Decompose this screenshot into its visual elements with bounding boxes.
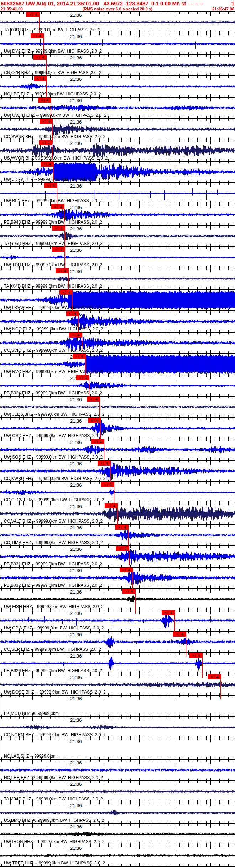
- trace-label: CC CLCV EHZ -- 99999.0km BW HIGHPASS 2.0…: [4, 497, 104, 502]
- trace-panel-cc-norm: 21:36CC NORM BHZ -- 99999.0km BW HIGHPAS…: [0, 716, 235, 738]
- phase-pick-flag[interactable]: ×T 4: [120, 568, 133, 572]
- trace-panel-uw-gpw: 21:36×T 4UW GPW EHZ -- 99999.0km BW HIGH…: [0, 610, 235, 631]
- phase-pick-flag[interactable]: ×T 4: [52, 226, 65, 231]
- trace-panel-stack: 21:36×T 4TA I03D BHZ -- 99999.0km BW HIG…: [0, 11, 235, 867]
- phase-pick-flag[interactable]: ×T 4: [31, 33, 44, 38]
- phase-pick-flag[interactable]: ×T 4: [101, 482, 114, 487]
- phase-pick-flag[interactable]: ×T 4: [34, 76, 47, 81]
- trace-panel-uw-dy2: 21:36×T 4UW DY2 EHZ -- 99999.0km BW HIGH…: [0, 33, 235, 54]
- trace-panel-uw-lkvw: 21:36×T 4UW LKVW EHZ -- 99999.0km BW HIG…: [0, 289, 235, 310]
- trace-panel-ta-g05d: 21:36×T 4TA G05D BHZ -- 99999.0km BW HIG…: [0, 225, 235, 246]
- phase-pick-flag[interactable]: ×T 4: [98, 461, 111, 466]
- trace-panel-uw-qsd: 21:36×T 4UW QSD EHZ -- 99999.0km BW HIGH…: [0, 417, 235, 439]
- trace-label: UW JDRV EHZ -- 99999.0km BW HIGHPASS 2.0…: [4, 177, 105, 182]
- trace-panel-uw-tdh: 21:36×T 4UW TDH EHZ -- 99999.0km BW HIGH…: [0, 246, 235, 268]
- trace-panel-uw-jeds: 21:36×T 4UW JEDS BHZ -- 99999.0km BW HIG…: [0, 396, 235, 417]
- trace-panel-us-wvor: 21:36×T 4US WVOR BHZ 00 99999.0km BW HIG…: [0, 140, 235, 161]
- trace-panel-uw-nco: 21:36×T 4UW NCO EHZ -- 99999.0km BW HIGH…: [0, 310, 235, 332]
- phase-pick-flag[interactable]: ×T 4: [105, 503, 118, 508]
- trace-label: TA M04C BHZ -- 99999.0km BW HIGHPASS 2.0…: [4, 796, 103, 801]
- trace-panel-cc-svic: 21:36×T 4CC SVIC EHZ -- 99999.0km BW HIG…: [0, 332, 235, 353]
- phase-pick-flag[interactable]: ×T 4: [52, 247, 65, 252]
- phase-pick-flag[interactable]: ×T 4: [208, 674, 221, 679]
- trace-panel-bk-mod: 21:36BK MOD BHZ 00 99999.0km: [0, 695, 235, 716]
- trace-label: UW SOS EHZ -- 99999.0km BW HIGHPASS 2.0 …: [4, 455, 103, 460]
- phase-pick-flag[interactable]: ×T 4: [162, 610, 175, 615]
- trace-label: UW JEDS BHZ -- 99999.0km BW HIGHPASS 2.0…: [4, 412, 105, 417]
- trace-label: CC NORM BHZ -- 99999.0km BW HIGHPASS 2.0…: [4, 732, 106, 737]
- phase-pick-flag[interactable]: ×T 4: [56, 268, 69, 273]
- phase-pick-flag[interactable]: ×T 4: [51, 204, 64, 209]
- trace-label: NC LHE EHZ 02 99999.0km BW HIGHPASS 2.0 …: [4, 775, 103, 780]
- trace-label: UW TREE HHZ -- 99999.0km BW HIGHPASS 2.0…: [4, 861, 105, 866]
- trace-panel-pb-b943: 21:36×T 4PB B943 EHZ -- 99999.0km BW HIG…: [0, 204, 235, 225]
- trace-panel-pb-b926: 21:36×T 4PB B926 EHZ -- 99999.0km BW HIG…: [0, 652, 235, 674]
- trace-label: NC LBC EHZ -- 99999.0km BW HIGHPASS 2.0 …: [4, 91, 101, 96]
- trace-label: UW RVC EHZ -- 99999.0km BW HIGHPASS 2.0 …: [4, 369, 103, 374]
- trace-panel-cc-clcv: 21:36×T 4CC CLCV EHZ -- 99999.0km BW HIG…: [0, 481, 235, 503]
- trace-panel-uw-tree: 21:36UW TREE HHZ -- 99999.0km BW HIGHPAS…: [0, 845, 235, 866]
- trace-label: TA I03D BHZ -- 99999.0km BW HIGHPASS 2.0…: [4, 27, 100, 32]
- phase-pick-flag[interactable]: ×T 4: [189, 653, 203, 658]
- trace-label: UW IRON HHZ -- 99999.0km BW HIGHPASS 2.0…: [4, 839, 105, 844]
- phase-pick-flag[interactable]: ×T 4: [41, 162, 54, 167]
- phase-pick-flag[interactable]: ×T 4: [38, 98, 51, 103]
- phase-pick-flag[interactable]: ×T 4: [87, 397, 100, 402]
- trace-label: UW NCO EHZ -- 99999.0km BW HIGHPASS 2.0 …: [4, 326, 103, 331]
- phase-pick-flag[interactable]: ×T 4: [66, 311, 79, 316]
- trace-panel-uw-uwfh: 21:36×T 4UW UWFH EHZ -- 99999.0km BW HIG…: [0, 97, 235, 118]
- phase-pick-flag[interactable]: ×T 4: [115, 525, 129, 530]
- phase-pick-flag[interactable]: ×T 4: [33, 55, 47, 60]
- trace-panel-pb-b031: 21:36×T 4PB B031 EHZ -- 99999.0km BW HIG…: [0, 545, 235, 567]
- event-header: 60832587 UW Aug 01, 2014 21:36:01.00 43.…: [0, 0, 235, 11]
- trace-label: UW LKVW EHZ -- 99999.0km BW HIGHPASS 2.0…: [4, 305, 106, 310]
- trace-label: UW UWFH EHZ -- 99999.0km BW HIGHPASS 2.0…: [4, 113, 106, 118]
- trace-label: NC LAS SHZ -- 99999.0km: [4, 754, 56, 759]
- trace-panel-cc-kwbu: 21:36×T 4CC KWBU EHZ -- 99999.0km BW HIG…: [0, 460, 235, 481]
- trace-label: TA K04D BHZ -- 99999.0km BW HIGHPASS 2.0…: [4, 284, 102, 289]
- phase-pick-flag[interactable]: ×T 4: [69, 333, 82, 338]
- phase-pick-flag[interactable]: ×T 4: [116, 546, 129, 551]
- phase-pick-flag[interactable]: ×T 4: [76, 375, 89, 380]
- trace-label: PB B943 EHZ -- 99999.0km BW HIGHPASS 2.0…: [4, 220, 102, 225]
- trace-label: UW FISH HHZ -- 99999.0km BW HIGHPASS 2.0…: [4, 604, 104, 609]
- phase-pick-flag[interactable]: ×T 4: [26, 12, 40, 17]
- trace-panel-cc-timb: 21:36×T 4CC TIMB EHZ -- 99999.0km BW HIG…: [0, 524, 235, 545]
- trace-panel-nc-lbc: 21:36×T 4NC LBC EHZ -- 99999.0km BW HIGH…: [0, 75, 235, 97]
- trace-panel-cc-sep: 21:36×T 4CC SEP EHZ -- 99999.0km BW HIGH…: [0, 631, 235, 652]
- window-start-time: 21:35:41.00: [1, 7, 23, 11]
- trace-label: UW TDH EHZ -- 99999.0km BW HIGHPASS 2.0 …: [4, 262, 102, 267]
- event-summary: 60832587 UW Aug 01, 2014 21:36:01.00 43.…: [1, 0, 203, 7]
- event-summary-right: -1: [230, 0, 234, 7]
- trace-label: PB B926 EHZ -- 99999.0km BW HIGHPASS 2.0…: [4, 668, 102, 673]
- trace-panel-uw-dose: 21:36×T 4UW DOSE BHZ -- 99999.0km BW HIG…: [0, 674, 235, 695]
- event-title-row: 60832587 UW Aug 01, 2014 21:36:01.00 43.…: [0, 0, 235, 7]
- trace-label: CC KWBU EHZ -- 99999.0km BW HIGHPASS 2.0…: [4, 476, 105, 481]
- phase-pick-flag[interactable]: ×T 4: [44, 183, 57, 188]
- trace-label: CC SWNB BHZ -- 99999.0km BW HIGHPASS 2.0…: [4, 134, 105, 139]
- trace-panel-cc-valt: 21:36×T 4CC VALT BHZ -- 99999.0km BW HIG…: [0, 503, 235, 524]
- trace-label: PB B024 EHZ -- 99999.0km BW HIGHPASS 2.0…: [4, 391, 102, 396]
- trace-label: UW QSD EHZ -- 99999.0km BW HIGHPASS 2.0 …: [4, 433, 103, 438]
- phase-pick-flag[interactable]: ×T 4: [122, 589, 136, 594]
- trace-panel-uw-fish: 21:36×T 4UW FISH HHZ -- 99999.0km BW HIG…: [0, 588, 235, 610]
- phase-pick-flag[interactable]: ×T 4: [91, 439, 104, 444]
- trace-panel-uw-rvc: 21:36×T 4UW RVC EHZ -- 99999.0km BW HIGH…: [0, 353, 235, 375]
- trace-panel-uw-sos: 21:36×T 4UW SOS EHZ -- 99999.0km BW HIGH…: [0, 439, 235, 460]
- trace-panel-uw-jdrv: 21:36×T 4UW JDRV EHZ -- 99999.0km BW HIG…: [0, 161, 235, 182]
- phase-pick-flag[interactable]: ×T 4: [39, 140, 52, 145]
- phase-pick-flag[interactable]: ×T 4: [88, 418, 101, 423]
- trace-label: US WVOR BHZ 00 99999.0km BW HIGHPASS 2.0…: [4, 156, 108, 161]
- trace-label: CC TIMB EHZ -- 99999.0km BW HIGHPASS 2.0…: [4, 540, 103, 545]
- trace-label: UW DY2 EHZ -- 99999.0km BW HIGHPASS 2.0 …: [4, 49, 102, 54]
- trace-label: UW DOSE BHZ -- 99999.0km BW HIGHPASS 2.0…: [4, 690, 106, 695]
- phase-pick-flag[interactable]: ×T 4: [173, 632, 186, 637]
- trace-label: CC SEP EHZ -- 99999.0km BW HIGHPASS 2.0 …: [4, 647, 101, 652]
- rms-scaling-note: (RMS noise over 6.0 s scaled 20.0 x): [83, 7, 153, 11]
- trace-label: CC SVIC EHZ -- 99999.0km BW HIGHPASS 2.0…: [4, 348, 103, 353]
- phase-pick-flag[interactable]: ×T 4: [40, 119, 53, 124]
- phase-pick-flag[interactable]: ×T 4: [73, 354, 86, 359]
- window-end-time: 21:36:47.00: [212, 7, 234, 11]
- trace-label: PB B031 EHZ -- 99999.0km BW HIGHPASS 2.0…: [4, 561, 102, 566]
- phase-pick-flag[interactable]: ×T 4: [59, 290, 73, 295]
